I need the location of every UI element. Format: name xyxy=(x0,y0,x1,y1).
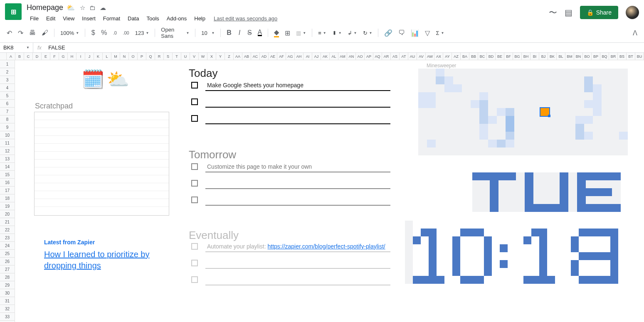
col-header[interactable]: BB xyxy=(469,53,478,60)
functions-button[interactable]: Σ ▼ xyxy=(433,29,447,37)
halign-button[interactable]: ≡ ▼ xyxy=(316,29,329,37)
account-avatar[interactable] xyxy=(626,6,639,19)
comments-icon[interactable]: ▤ xyxy=(565,7,572,17)
increase-decimal-button[interactable]: .00 xyxy=(120,29,131,37)
row-header[interactable]: 19 xyxy=(0,202,15,210)
doc-title[interactable]: Homepage xyxy=(27,3,63,12)
move-icon[interactable]: 🗀 xyxy=(89,4,96,12)
col-header[interactable]: BT xyxy=(627,53,635,60)
col-header[interactable]: B xyxy=(15,53,24,60)
row-header[interactable]: 26 xyxy=(0,258,15,265)
col-header[interactable]: I xyxy=(76,53,85,60)
cloud-icon[interactable]: ☁ xyxy=(100,4,106,12)
checkbox-icon[interactable] xyxy=(191,197,198,203)
scratchpad-area[interactable] xyxy=(34,112,169,216)
bold-button[interactable]: B xyxy=(224,27,234,38)
font-select[interactable]: Open Sans ▼ xyxy=(158,26,192,40)
row-header[interactable]: 10 xyxy=(0,131,15,139)
col-header[interactable]: F xyxy=(50,53,59,60)
menu-data[interactable]: Data xyxy=(124,14,142,23)
col-header[interactable]: BN xyxy=(574,53,583,60)
undo-button[interactable]: ↶ xyxy=(4,27,15,39)
col-header[interactable]: AB xyxy=(242,53,251,60)
menu-view[interactable]: View xyxy=(59,14,78,23)
row-header[interactable]: 27 xyxy=(0,265,15,273)
checkbox-icon[interactable] xyxy=(191,163,198,170)
col-header[interactable]: BL xyxy=(557,53,565,60)
selection-handle[interactable] xyxy=(548,115,550,117)
col-header[interactable]: AC xyxy=(251,53,260,60)
wrap-button[interactable]: ↲ ▼ xyxy=(345,29,360,37)
checkbox-icon[interactable] xyxy=(191,115,198,122)
formula-input[interactable]: FALSE xyxy=(46,44,67,52)
merge-button[interactable]: ▥ ▼ xyxy=(294,29,308,37)
col-header[interactable]: N xyxy=(120,53,129,60)
col-header[interactable]: BE xyxy=(496,53,504,60)
col-header[interactable]: AT xyxy=(400,53,408,60)
col-header[interactable]: H xyxy=(68,53,76,60)
name-box[interactable]: BK8 ▼ xyxy=(0,43,33,52)
col-header[interactable]: AO xyxy=(356,53,365,60)
row-header[interactable]: 18 xyxy=(0,194,15,202)
col-header[interactable]: AG xyxy=(286,53,295,60)
col-header[interactable]: W xyxy=(199,53,207,60)
row-header[interactable]: 11 xyxy=(0,139,15,147)
row-header[interactable]: 6 xyxy=(0,100,15,108)
row-header[interactable]: 12 xyxy=(0,147,15,155)
select-all-corner[interactable] xyxy=(0,53,7,60)
row-header[interactable]: 24 xyxy=(0,242,15,250)
print-button[interactable]: 🖶 xyxy=(27,27,38,38)
col-header[interactable]: AH xyxy=(295,53,303,60)
share-button[interactable]: 🔒 Share xyxy=(580,6,618,19)
task-text[interactable]: Customize this page to make it your own xyxy=(207,163,312,170)
col-header[interactable]: T xyxy=(173,53,181,60)
col-header[interactable]: AS xyxy=(391,53,400,60)
row-header[interactable]: 20 xyxy=(0,210,15,218)
borders-button[interactable]: ⊞ xyxy=(282,27,293,39)
row-header[interactable]: 5 xyxy=(0,92,15,100)
col-header[interactable]: AZ xyxy=(452,53,461,60)
col-header[interactable]: AY xyxy=(443,53,452,60)
col-header[interactable]: BA xyxy=(461,53,469,60)
col-header[interactable]: AU xyxy=(408,53,417,60)
col-header[interactable]: AA xyxy=(234,53,242,60)
currency-button[interactable]: $ xyxy=(89,27,98,38)
zoom-select[interactable]: 100% ▼ xyxy=(58,29,81,37)
text-color-button[interactable]: A xyxy=(255,28,265,38)
col-header[interactable]: BR xyxy=(609,53,618,60)
checkbox-icon[interactable] xyxy=(191,243,198,250)
col-header[interactable]: AN xyxy=(347,53,356,60)
col-header[interactable]: BC xyxy=(478,53,487,60)
row-header[interactable]: 8 xyxy=(0,116,15,123)
col-header[interactable]: G xyxy=(59,53,68,60)
col-header[interactable]: D xyxy=(33,53,42,60)
link-button[interactable]: 🔗 xyxy=(382,27,395,39)
col-header[interactable]: AW xyxy=(426,53,434,60)
zapier-article-link[interactable]: How I learned to prioritize by dropping … xyxy=(44,249,169,271)
menu-help[interactable]: Help xyxy=(191,14,209,23)
col-header[interactable]: U xyxy=(181,53,190,60)
col-header[interactable]: C xyxy=(24,53,33,60)
row-header[interactable]: 16 xyxy=(0,179,15,187)
col-header[interactable]: BK xyxy=(548,53,557,60)
decrease-decimal-button[interactable]: .0 xyxy=(110,29,119,37)
menu-format[interactable]: Format xyxy=(100,14,123,23)
col-header[interactable]: R xyxy=(155,53,164,60)
redo-button[interactable]: ↷ xyxy=(15,27,26,39)
col-header[interactable]: AP xyxy=(365,53,373,60)
col-header[interactable]: AM xyxy=(338,53,347,60)
task-text[interactable]: Automate your playlist: https://zapier.c… xyxy=(207,243,385,250)
task-link[interactable]: https://zapier.com/blog/perfect-spotify-… xyxy=(268,243,385,250)
menu-file[interactable]: File xyxy=(27,14,42,23)
row-header[interactable]: 7 xyxy=(0,108,15,116)
menu-insert[interactable]: Insert xyxy=(79,14,99,23)
last-edit[interactable]: Last edit was seconds ago xyxy=(214,15,277,22)
row-header[interactable]: 25 xyxy=(0,250,15,258)
valign-button[interactable]: ⬍ ▼ xyxy=(330,29,344,37)
col-header[interactable]: BG xyxy=(513,53,522,60)
col-header[interactable]: AQ xyxy=(373,53,382,60)
row-header[interactable]: 28 xyxy=(0,273,15,281)
col-header[interactable]: AD xyxy=(260,53,269,60)
row-header[interactable]: 21 xyxy=(0,218,15,226)
rotate-button[interactable]: ↻ ▼ xyxy=(360,29,375,37)
